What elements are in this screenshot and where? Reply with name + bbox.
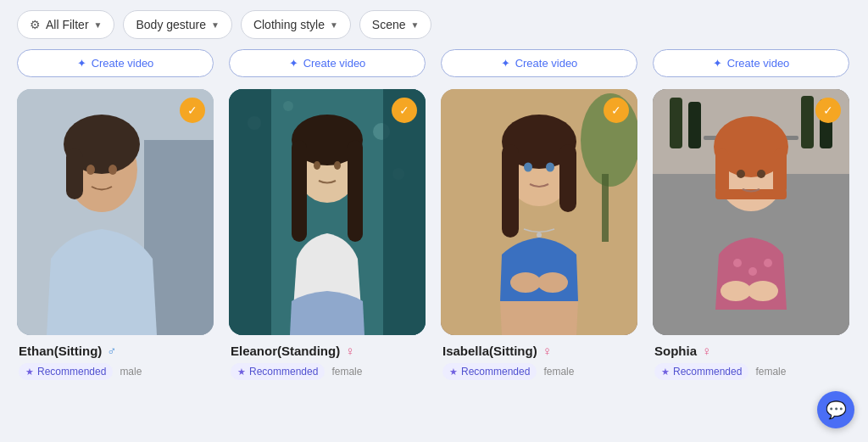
card-eleanor: ✓ Eleanor(Standing) ♀ ★ Recommended fema… <box>229 89 426 383</box>
star-icon-isabella: ★ <box>449 366 458 378</box>
card-name-sophia: Sophia <box>654 344 697 358</box>
gender-tag-eleanor: female <box>331 366 362 378</box>
scene-button[interactable]: Scene ▼ <box>359 10 432 39</box>
filter-icon: ⚙ <box>30 18 41 31</box>
recommended-label-eleanor: Recommended <box>249 366 318 378</box>
svg-point-52 <box>737 170 745 178</box>
clothing-style-button[interactable]: Clothing style ▼ <box>241 10 351 39</box>
card-image-isabella[interactable]: ✓ <box>441 89 637 335</box>
name-row-ethan: Ethan(Sitting) ♂ <box>19 344 212 358</box>
favorite-badge-sophia[interactable]: ✓ <box>815 98 841 123</box>
recommended-tag-ethan: ★ Recommended <box>19 363 113 380</box>
svg-point-53 <box>757 170 765 178</box>
svg-point-10 <box>283 101 293 111</box>
card-sophia: ✓ Sophia ♀ ★ Recommended female <box>653 89 849 383</box>
svg-point-44 <box>733 259 742 267</box>
svg-rect-4 <box>66 148 83 199</box>
recommended-tag-sophia: ★ Recommended <box>654 363 748 380</box>
chat-button[interactable]: 💬 <box>817 391 854 428</box>
star-icon-eleanor: ★ <box>237 366 246 378</box>
recommended-label-sophia: Recommended <box>673 366 742 378</box>
create-icon-3: ✦ <box>501 57 510 70</box>
create-video-label-2: Create video <box>303 57 366 70</box>
create-video-btn-2[interactable]: ✦ Create video <box>229 49 426 77</box>
svg-point-32 <box>537 272 568 293</box>
clothing-style-chevron: ▼ <box>330 20 338 30</box>
favorite-badge-isabella[interactable]: ✓ <box>604 98 629 123</box>
card-image-eleanor[interactable]: ✓ <box>229 89 426 335</box>
svg-point-28 <box>524 163 532 172</box>
svg-point-19 <box>314 161 320 170</box>
svg-point-5 <box>86 165 95 175</box>
body-gesture-label: Body gesture <box>136 18 206 31</box>
card-tags-ethan: ★ Recommended male <box>19 363 212 380</box>
card-info-ethan: Ethan(Sitting) ♂ ★ Recommended male <box>17 335 214 383</box>
body-gesture-button[interactable]: Body gesture ▼ <box>123 10 231 39</box>
avatar-eleanor <box>229 89 426 335</box>
svg-rect-23 <box>602 174 609 242</box>
gender-tag-isabella: female <box>543 366 574 378</box>
all-filter-chevron: ▼ <box>94 20 103 30</box>
recommended-tag-eleanor: ★ Recommended <box>231 363 325 380</box>
svg-point-29 <box>546 163 554 172</box>
svg-rect-35 <box>670 98 682 148</box>
chat-icon: 💬 <box>826 400 847 420</box>
card-image-sophia[interactable]: ✓ <box>653 89 849 335</box>
svg-rect-14 <box>383 89 426 335</box>
svg-point-55 <box>748 281 778 301</box>
name-row-sophia: Sophia ♀ <box>654 344 848 358</box>
card-info-sophia: Sophia ♀ ★ Recommended female <box>653 335 849 383</box>
card-image-ethan[interactable]: ✓ <box>17 89 214 335</box>
svg-rect-49 <box>715 148 729 195</box>
svg-rect-26 <box>502 144 519 238</box>
svg-rect-13 <box>229 89 271 335</box>
gender-icon-isabella: ♀ <box>542 344 552 358</box>
svg-point-45 <box>748 267 757 276</box>
svg-rect-50 <box>773 148 787 195</box>
card-info-eleanor: Eleanor(Standing) ♀ ★ Recommended female <box>229 335 426 383</box>
svg-rect-18 <box>348 140 363 242</box>
gender-icon-sophia: ♀ <box>702 344 711 358</box>
recommended-label-ethan: Recommended <box>37 366 106 378</box>
recommended-label-isabella: Recommended <box>461 366 530 378</box>
svg-point-30 <box>537 232 542 238</box>
create-icon-1: ✦ <box>77 57 86 70</box>
svg-rect-37 <box>801 96 814 148</box>
star-icon-ethan: ★ <box>25 366 34 378</box>
clothing-style-label: Clothing style <box>253 18 325 31</box>
name-row-isabella: Isabella(Sitting) ♀ <box>442 344 636 358</box>
card-tags-sophia: ★ Recommended female <box>654 363 848 380</box>
gender-icon-eleanor: ♀ <box>345 344 354 358</box>
card-isabella: ✓ Isabella(Sitting) ♀ ★ Recommended fema… <box>441 89 637 383</box>
create-video-btn-1[interactable]: ✦ Create video <box>17 49 214 77</box>
svg-point-6 <box>108 165 117 175</box>
svg-rect-17 <box>292 140 307 242</box>
cards-grid: ✓ Ethan(Sitting) ♂ ★ Recommended male <box>0 82 868 390</box>
svg-point-31 <box>510 272 541 293</box>
svg-point-54 <box>721 281 751 301</box>
create-video-label-1: Create video <box>92 57 154 70</box>
card-tags-isabella: ★ Recommended female <box>442 363 636 380</box>
card-ethan: ✓ Ethan(Sitting) ♂ ★ Recommended male <box>17 89 214 383</box>
create-video-label-3: Create video <box>515 57 578 70</box>
scene-chevron: ▼ <box>411 20 420 30</box>
create-video-btn-3[interactable]: ✦ Create video <box>441 49 637 77</box>
scene-label: Scene <box>372 18 406 31</box>
favorite-badge-ethan[interactable]: ✓ <box>180 98 205 123</box>
gender-tag-sophia: female <box>755 366 786 378</box>
svg-rect-27 <box>559 144 576 212</box>
card-name-eleanor: Eleanor(Standing) <box>231 344 340 358</box>
all-filter-label: All Filter <box>46 18 89 31</box>
favorite-badge-eleanor[interactable]: ✓ <box>392 98 417 123</box>
svg-point-46 <box>764 259 772 267</box>
create-video-btn-4[interactable]: ✦ Create video <box>653 49 849 77</box>
filter-bar: ⚙ All Filter ▼ Body gesture ▼ Clothing s… <box>0 0 868 49</box>
all-filter-button[interactable]: ⚙ All Filter ▼ <box>17 10 114 39</box>
create-video-label-4: Create video <box>727 57 790 70</box>
avatar-isabella <box>441 89 637 335</box>
svg-rect-36 <box>688 102 701 148</box>
create-icon-2: ✦ <box>289 57 298 70</box>
body-gesture-chevron: ▼ <box>211 20 220 30</box>
card-name-ethan: Ethan(Sitting) <box>19 344 102 358</box>
create-row: ✦ Create video ✦ Create video ✦ Create v… <box>0 49 868 77</box>
